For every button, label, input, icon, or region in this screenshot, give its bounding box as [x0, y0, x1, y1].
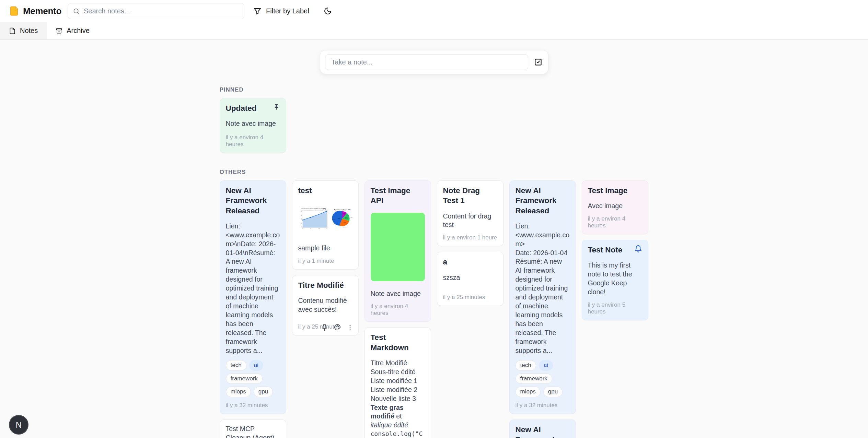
note-image-attachments: Croissance Trimestrielle du CA (M€) 4535…	[298, 203, 352, 236]
app-logo-note-icon	[9, 6, 19, 16]
search-input[interactable]	[84, 7, 239, 15]
note-card-drag-test[interactable]: Note Drag Test 1 Content for drag test i…	[437, 180, 504, 246]
note-timestamp: il y a environ 4 heures	[588, 215, 642, 229]
note-body: Note avec image	[371, 289, 425, 298]
note-title: New AI Framework Released	[516, 425, 570, 438]
svg-text:5: 5	[301, 227, 302, 228]
note-body: Titre Modifié Sous-titre édité Liste mod…	[371, 359, 425, 438]
app-header: Memento Filter by Label	[0, 0, 868, 22]
note-image-green	[371, 213, 425, 281]
svg-text:Licences: Licences	[350, 217, 352, 218]
grid-column-3: Test Image API Note avec image il y a en…	[364, 180, 431, 438]
label-chips: tech ai framework mlops gpu	[226, 360, 280, 398]
note-title: New AI Framework Released	[226, 186, 280, 216]
pin-outline-icon[interactable]	[321, 324, 328, 331]
note-timestamp: il y a environ 5 heures	[588, 301, 642, 315]
notes-grid: New AI Framework Released Lien: <www.exa…	[220, 180, 649, 438]
note-timestamp: il y a 32 minutes	[516, 402, 570, 409]
label-chip-mlops[interactable]: mlops	[516, 387, 541, 397]
note-timestamp: il y a environ 4 heures	[226, 134, 280, 148]
grid-column-2: test Croissance Trimestrielle du CA (M€)…	[292, 180, 359, 335]
note-card-new-ai-framework-1[interactable]: New AI Framework Released Lien: <www.exa…	[220, 180, 286, 414]
others-section-label: OTHERS	[220, 169, 649, 176]
note-card-test-image[interactable]: Test Image Avec image il y a environ 4 h…	[582, 180, 648, 234]
note-title: Updated	[226, 103, 257, 113]
archive-icon	[56, 27, 62, 34]
more-options-icon[interactable]	[347, 324, 354, 331]
label-chip-ai[interactable]: ai	[249, 360, 263, 371]
label-chip-gpu[interactable]: gpu	[254, 387, 273, 397]
note-body: Lien: <www.example.com>\nDate: 2026-01-0…	[226, 222, 280, 355]
label-chip-ai[interactable]: ai	[539, 360, 553, 371]
note-title: Test Markdown	[371, 332, 425, 353]
note-timestamp: il y a 32 minutes	[226, 402, 280, 409]
note-body: szsza	[443, 273, 497, 282]
label-chip-gpu[interactable]: gpu	[543, 387, 563, 397]
note-composer[interactable]	[320, 50, 548, 74]
note-body: Lien: <www.example.com> Date: 2026-01-04…	[516, 222, 570, 355]
note-body: Test MCP Cleanup (Agent) — Exemple prêt …	[226, 425, 280, 438]
label-chip-framework[interactable]: framework	[226, 374, 263, 384]
note-body: Note avec image	[226, 119, 280, 128]
svg-text:Consulting: Consulting	[342, 210, 346, 211]
note-card-new-ai-framework-3[interactable]: New AI Framework Released Lien: <www.exa…	[509, 419, 576, 438]
note-body: Avec image	[588, 202, 642, 211]
palette-icon[interactable]	[334, 323, 341, 331]
note-body: Contenu modifié avec succès!	[298, 296, 352, 314]
pin-icon[interactable]	[273, 103, 280, 110]
user-avatar[interactable]: N	[9, 415, 28, 435]
label-chip-tech[interactable]: tech	[516, 360, 536, 371]
filter-by-label-button[interactable]: Filter by Label	[253, 7, 309, 15]
inline-code: console.log("Code mod	[371, 430, 425, 438]
pinned-section-label: PINNED	[220, 86, 649, 93]
svg-text:T3: T3	[318, 228, 320, 230]
note-card-updated[interactable]: Updated Note avec image il y a environ 4…	[220, 98, 286, 153]
note-card-new-ai-framework-2[interactable]: New AI Framework Released Lien: <www.exa…	[509, 180, 576, 414]
svg-text:15: 15	[301, 223, 302, 224]
note-card-a[interactable]: a szsza il y a 25 minutes	[437, 252, 504, 306]
note-body: Content for drag test	[443, 212, 497, 230]
note-card-test[interactable]: test Croissance Trimestrielle du CA (M€)…	[292, 180, 359, 270]
note-title: Test Note	[588, 245, 623, 255]
note-card-test-mcp-cleanup[interactable]: Test MCP Cleanup (Agent) — Exemple prêt …	[220, 419, 286, 438]
note-file-icon	[9, 27, 16, 34]
note-card-test-image-api[interactable]: Test Image API Note avec image il y a en…	[364, 180, 431, 322]
tab-notes[interactable]: Notes	[0, 22, 47, 39]
app-title: Memento	[23, 6, 61, 16]
new-checklist-button[interactable]	[533, 57, 543, 67]
note-hover-actions	[321, 323, 354, 331]
svg-text:25: 25	[301, 218, 302, 220]
svg-text:11.1%: 11.1%	[343, 213, 345, 215]
svg-text:T2: T2	[310, 228, 311, 230]
dark-mode-toggle[interactable]	[324, 7, 332, 15]
note-timestamp: il y a 25 minutes	[443, 294, 497, 301]
note-card-titre-modifie[interactable]: Titre Modifié Contenu modifié avec succè…	[292, 275, 359, 335]
note-title: New AI Framework Released	[516, 186, 570, 216]
grid-column-4: Note Drag Test 1 Content for drag test i…	[437, 180, 504, 306]
svg-text:T4: T4	[326, 228, 327, 230]
note-title: test	[298, 186, 352, 196]
svg-text:Croissance Trimestrielle du CA: Croissance Trimestrielle du CA (M€)	[301, 208, 326, 210]
tab-archive[interactable]: Archive	[47, 22, 99, 39]
note-title: a	[443, 257, 497, 267]
svg-text:45: 45	[301, 211, 302, 212]
note-card-test-markdown[interactable]: Test Markdown Titre Modifié Sous-titre é…	[364, 327, 431, 438]
grid-column-5: New AI Framework Released Lien: <www.exa…	[509, 180, 576, 438]
note-timestamp: il y a 1 minute	[298, 258, 352, 264]
note-card-test-note[interactable]: Test Note This is my first note to test …	[582, 240, 648, 320]
label-chip-mlops[interactable]: mlops	[226, 387, 251, 397]
grid-column-1: New AI Framework Released Lien: <www.exa…	[220, 180, 286, 438]
svg-text:25.9%: 25.9%	[343, 222, 346, 223]
label-chip-tech[interactable]: tech	[226, 360, 246, 371]
note-body: sample file	[298, 244, 352, 253]
note-body: This is my first note to test the Google…	[588, 261, 642, 297]
grid-column-6: Test Image Avec image il y a environ 4 h…	[582, 180, 648, 320]
tab-bar: Notes Archive	[0, 22, 868, 40]
note-timestamp: il y a environ 4 heures	[371, 303, 425, 317]
take-a-note-input[interactable]	[325, 54, 528, 70]
label-chip-framework[interactable]: framework	[516, 374, 552, 384]
search-box[interactable]	[68, 3, 244, 19]
note-title: Note Drag Test 1	[443, 186, 497, 206]
note-timestamp: il y a environ 1 heure	[443, 234, 497, 241]
avatar-initial: N	[16, 420, 22, 430]
